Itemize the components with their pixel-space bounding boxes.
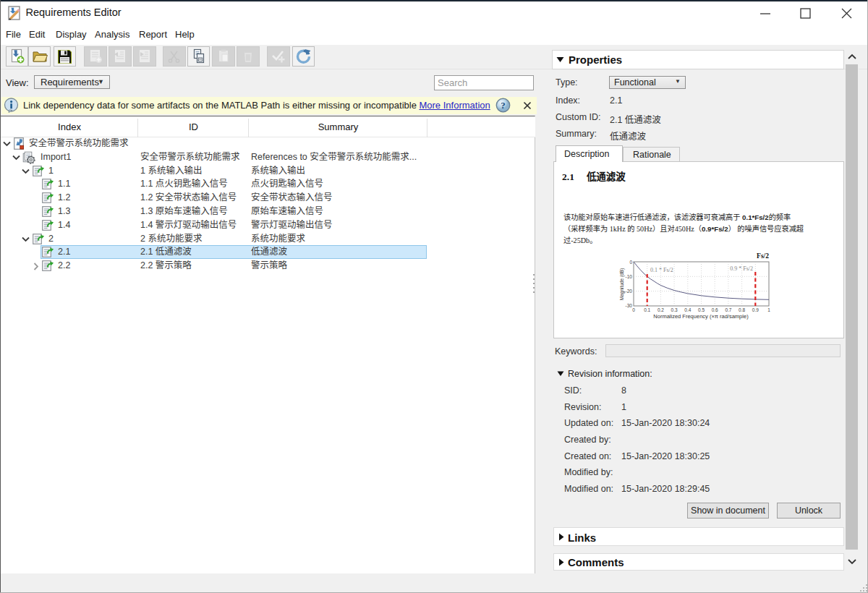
svg-text:Magnitude (dB): Magnitude (dB) bbox=[619, 268, 625, 300]
svg-text:0.6: 0.6 bbox=[712, 307, 718, 312]
svg-text:0.4: 0.4 bbox=[684, 307, 691, 312]
svg-text:?: ? bbox=[501, 100, 506, 111]
svg-text:0.9 * Fs/2: 0.9 * Fs/2 bbox=[730, 265, 753, 272]
svg-text:0.9: 0.9 bbox=[752, 307, 759, 312]
svg-text:0.5: 0.5 bbox=[698, 307, 705, 312]
svg-text:0.2: 0.2 bbox=[658, 307, 664, 312]
svg-text:Normalized Frequency (×π rad/: Normalized Frequency (×π rad/sample) bbox=[653, 313, 749, 320]
svg-text:Fs/2: Fs/2 bbox=[757, 252, 769, 260]
svg-text:0.1 * Fs/2: 0.1 * Fs/2 bbox=[650, 267, 673, 273]
svg-text:0.8: 0.8 bbox=[739, 307, 745, 312]
svg-text:1: 1 bbox=[767, 307, 770, 312]
svg-text:0: 0 bbox=[632, 307, 635, 312]
svg-text:0.3: 0.3 bbox=[671, 307, 678, 312]
svg-text:0: 0 bbox=[629, 260, 632, 265]
svg-text:-10: -10 bbox=[626, 274, 633, 279]
svg-text:-30: -30 bbox=[626, 303, 633, 308]
svg-text:0.1: 0.1 bbox=[644, 307, 650, 312]
svg-text:-20: -20 bbox=[626, 289, 633, 294]
svg-text:0.7: 0.7 bbox=[725, 307, 731, 312]
